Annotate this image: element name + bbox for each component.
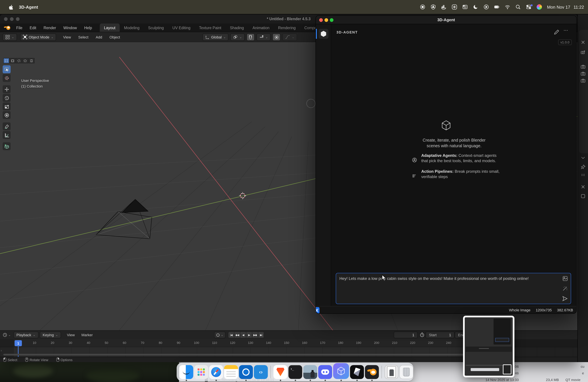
do-not-disturb-icon[interactable] [473, 4, 479, 10]
close-button[interactable] [319, 18, 323, 22]
close-icon[interactable] [580, 184, 585, 189]
dock-icon-discord[interactable] [318, 365, 332, 379]
shield-icon[interactable] [430, 4, 436, 10]
battery-icon[interactable] [494, 4, 500, 10]
dock-icon-terminal[interactable]: ›_ [288, 365, 302, 379]
dock-icon-outlook[interactable] [239, 365, 253, 379]
viewport-menu-add[interactable]: Add [92, 35, 106, 39]
measure-tool-button[interactable] [3, 131, 11, 139]
dock-icon-obsidian[interactable] [350, 365, 364, 379]
tab-modeling[interactable]: Modeling [120, 23, 144, 32]
select-modifier-mode-button[interactable] [28, 58, 35, 63]
timeline-editor-type-button[interactable]: ⌄ [3, 333, 11, 337]
auto-keying-toggle[interactable]: ⌄ [214, 332, 225, 338]
play-circle-icon[interactable] [483, 4, 489, 10]
dock-icon-screenshot-tool[interactable] [303, 365, 317, 379]
editor-type-button[interactable]: ⌄ [3, 33, 17, 41]
dock-icon-safari[interactable] [209, 365, 223, 379]
orientation-dropdown[interactable]: Global ⌄ [203, 34, 229, 41]
jump-end-button[interactable]: ▶| [258, 332, 264, 338]
timeline-marker-menu[interactable]: Marker [78, 333, 96, 337]
viewport-menu-view[interactable]: View [60, 35, 75, 39]
timeline-view-menu[interactable]: View [64, 333, 78, 337]
rotate-tool-button[interactable] [3, 94, 11, 102]
select-box-tool-button[interactable] [3, 65, 11, 73]
keying-dropdown[interactable]: Keying ⌄ [40, 332, 61, 338]
jump-start-button[interactable]: |◀ [228, 332, 234, 338]
select-box-mode-button[interactable] [10, 58, 16, 63]
dock-icon-blender[interactable] [365, 365, 379, 379]
blender-logo-icon[interactable] [4, 25, 11, 30]
dock-icon-finder[interactable] [179, 365, 193, 379]
menu-window[interactable]: Window [60, 23, 81, 32]
attach-image-icon[interactable] [563, 276, 568, 281]
agent-cube-tab[interactable] [318, 29, 329, 39]
stopwatch-icon[interactable] [420, 332, 425, 337]
viewport-menu-select[interactable]: Select [75, 35, 92, 39]
add-cube-tool-button[interactable] [3, 142, 11, 150]
wifi-icon[interactable] [505, 4, 510, 10]
tab-uv-editing[interactable]: UV Editing [168, 23, 195, 32]
chevron-down-icon[interactable] [580, 155, 585, 160]
enhance-wand-icon[interactable] [563, 286, 568, 291]
dock-icon-trash[interactable] [399, 365, 413, 379]
control-center-icon[interactable] [526, 4, 531, 10]
playback-dropdown[interactable]: Playback ⌄ [13, 332, 38, 338]
menu-render[interactable]: Render [40, 23, 60, 32]
apple-menu-icon[interactable] [8, 4, 14, 10]
viewport-menu-object[interactable]: Object [106, 35, 124, 39]
prompt-input[interactable]: Hey! Lets make a low poly cabin swiss st… [336, 273, 571, 304]
dock-icon-notes[interactable] [224, 365, 238, 379]
timeline-scrollbar[interactable] [3, 354, 464, 356]
snap-settings-dropdown[interactable]: ⌄ [256, 34, 271, 41]
menu-file[interactable]: File [13, 23, 26, 32]
color-wheel-icon[interactable] [536, 4, 542, 10]
tab-layout[interactable]: Layout [100, 23, 120, 32]
play-button[interactable]: ▶ [246, 332, 252, 338]
capture-icon[interactable] [462, 4, 468, 10]
annotate-tool-button[interactable] [3, 122, 11, 130]
current-frame-field[interactable]: 1 [394, 332, 418, 338]
tab-sculpting[interactable]: Sculpting [144, 23, 168, 32]
menu-bar-clock[interactable]: Mon Nov 17 11:22 [547, 4, 584, 9]
record-stop-icon[interactable] [420, 4, 425, 10]
start-frame-field[interactable]: Start 1 [426, 332, 454, 338]
mode-dropdown[interactable]: Object Mode ⌄ [20, 33, 56, 41]
send-icon[interactable] [562, 296, 568, 301]
dock-icon-vscode[interactable]: ‹› [254, 365, 268, 379]
snowflake-icon[interactable] [452, 4, 457, 10]
panel-tile-icon[interactable] [580, 194, 585, 199]
dock-icon-document-preview[interactable] [384, 365, 399, 379]
camera-icon[interactable] [580, 64, 585, 69]
agent-title-bar[interactable]: 3D-Agent [316, 16, 576, 24]
tab-rendering[interactable]: Rendering [274, 23, 300, 32]
tab-texture-paint[interactable]: Texture Paint [195, 23, 226, 32]
minimize-button[interactable] [10, 17, 14, 21]
zoom-button[interactable] [16, 17, 20, 21]
zoom-button[interactable] [330, 18, 334, 22]
dock-icon-brave[interactable] [273, 365, 287, 379]
tab-shading[interactable]: Shading [226, 23, 248, 32]
pin-icon[interactable] [580, 165, 585, 170]
camera-icon[interactable] [580, 71, 585, 76]
proportional-editing-toggle[interactable] [273, 34, 281, 41]
close-button[interactable] [4, 17, 8, 21]
docker-icon[interactable] [441, 4, 447, 10]
falloff-dropdown[interactable]: ⌄ [283, 34, 297, 41]
tab-animation[interactable]: Animation [248, 23, 274, 32]
cursor-tool-button[interactable] [3, 74, 11, 82]
dock-icon-3d-agent[interactable] [333, 363, 349, 379]
camera-add-icon[interactable] [580, 50, 585, 55]
select-circle-mode-button[interactable] [16, 58, 22, 63]
minimize-button[interactable] [324, 18, 328, 22]
tweak-mode-button[interactable] [3, 58, 9, 63]
move-tool-button[interactable] [3, 85, 11, 93]
close-icon[interactable] [580, 40, 585, 45]
menu-edit[interactable]: Edit [26, 23, 40, 32]
select-lasso-mode-button[interactable] [22, 58, 28, 63]
dock-icon-launchpad[interactable] [194, 365, 208, 379]
transform-tool-button[interactable] [3, 111, 11, 119]
more-options-icon[interactable]: ⋯ [564, 27, 568, 33]
new-chat-pencil-icon[interactable] [554, 29, 559, 35]
menu-help[interactable]: Help [81, 23, 96, 32]
